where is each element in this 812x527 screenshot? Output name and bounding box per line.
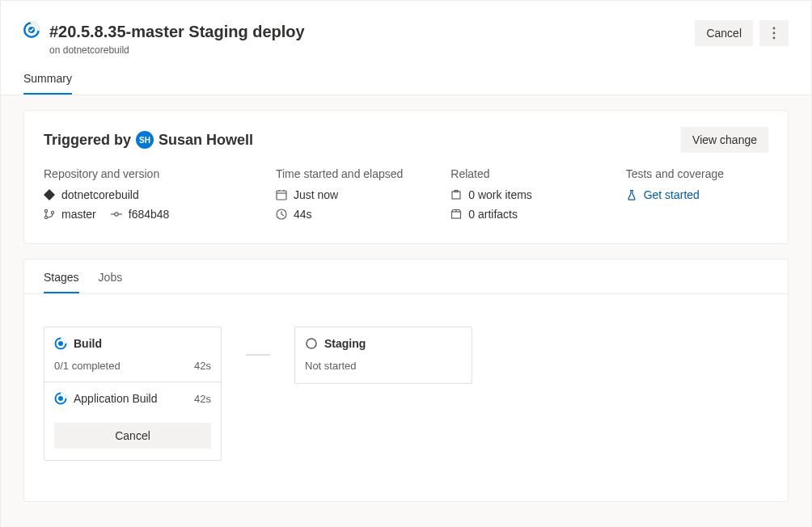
info-col-time: Time started and elapsed Just now 44s [276, 167, 418, 227]
header: #20.5.8.35-master Staging deploy on dotn… [1, 1, 811, 56]
flask-icon [626, 189, 637, 200]
svg-point-21 [58, 341, 63, 346]
svg-rect-16 [452, 192, 460, 199]
svg-point-5 [44, 209, 47, 212]
page-subtitle: on dotnetcorebuild [49, 44, 695, 56]
svg-rect-11 [277, 191, 286, 200]
calendar-icon [276, 189, 287, 200]
subtitle-repo: dotnetcorebuild [63, 44, 129, 56]
triggered-by: Triggered by SH Susan Howell [44, 131, 681, 149]
artifacts-row[interactable]: 0 artifacts [450, 208, 593, 221]
page-title: #20.5.8.35-master Staging deploy [49, 20, 695, 43]
svg-point-6 [44, 216, 47, 218]
get-started-link[interactable]: Get started [644, 188, 700, 201]
artifacts-count: 0 artifacts [468, 208, 518, 221]
svg-point-23 [58, 396, 63, 401]
commit-icon [111, 209, 122, 220]
stage-staging[interactable]: Staging Not started [294, 327, 472, 384]
svg-point-8 [115, 213, 118, 216]
clock-icon [276, 209, 287, 220]
cancel-run-button[interactable]: Cancel [695, 20, 753, 46]
header-actions: Cancel [695, 20, 789, 46]
svg-point-7 [51, 211, 53, 213]
title-block: #20.5.8.35-master Staging deploy on dotn… [49, 20, 695, 56]
repo-icon [44, 189, 55, 200]
stage-staging-substatus: Not started [295, 360, 472, 383]
time-started-row: Just now [276, 188, 418, 201]
svg-rect-18 [452, 212, 461, 218]
triggered-prefix: Triggered by [44, 132, 131, 149]
stage-staging-header: Staging [295, 327, 472, 360]
info-col-repo: Repository and version dotnetcorebuild m… [44, 167, 243, 227]
stages-card: Stages Jobs Build 0/1 completed 42s [23, 259, 789, 502]
info-col-tests: Tests and coverage Get started [626, 167, 768, 227]
repo-name-row[interactable]: dotnetcorebuild [44, 188, 243, 201]
related-heading: Related [450, 167, 593, 180]
svg-point-3 [773, 32, 776, 35]
svg-point-2 [773, 27, 776, 30]
branch-commit-row[interactable]: master f684b48 [44, 208, 243, 221]
run-status-spinner-icon [23, 22, 40, 38]
svg-point-24 [307, 339, 316, 348]
work-items-count: 0 work items [468, 188, 532, 201]
time-elapsed-row: 44s [276, 208, 418, 221]
stage-build-progress: 0/1 completed [54, 360, 121, 372]
spinner-icon [54, 392, 67, 405]
info-col-related: Related 0 work items 0 artifacts [450, 167, 593, 227]
stage-build-job[interactable]: Application Build 42s [44, 382, 221, 415]
time-elapsed: 44s [294, 208, 312, 221]
stage-build-substatus: 0/1 completed 42s [44, 360, 221, 382]
tab-stages[interactable]: Stages [44, 271, 79, 293]
more-vertical-icon [772, 27, 776, 40]
branch-icon [44, 209, 55, 220]
tests-get-started-row[interactable]: Get started [626, 188, 768, 201]
stage-cancel-button[interactable]: Cancel [54, 423, 211, 449]
summary-card: Triggered by SH Susan Howell View change… [23, 110, 789, 244]
time-started: Just now [294, 188, 338, 201]
summary-card-header: Triggered by SH Susan Howell View change [44, 127, 768, 153]
empty-circle-icon [305, 337, 318, 350]
repo-heading: Repository and version [44, 167, 243, 180]
artifact-icon [450, 209, 462, 220]
stage-build-cancel-row: Cancel [44, 415, 221, 460]
commit-sha: f684b48 [129, 208, 170, 221]
stage-build-name: Build [74, 337, 102, 350]
spinner-icon [54, 337, 67, 350]
tests-heading: Tests and coverage [626, 167, 768, 180]
stage-build[interactable]: Build 0/1 completed 42s Application Buil… [44, 327, 222, 461]
main-tabs: Summary [1, 56, 811, 95]
subtitle-prefix: on [49, 44, 60, 56]
workitem-icon [450, 189, 462, 200]
time-heading: Time started and elapsed [276, 167, 418, 180]
view-change-button[interactable]: View change [681, 127, 768, 153]
svg-point-4 [773, 37, 776, 40]
stage-staging-name: Staging [324, 337, 366, 350]
stages-graph: Build 0/1 completed 42s Application Buil… [24, 294, 788, 501]
more-actions-button[interactable] [759, 20, 789, 46]
stage-staging-status: Not started [305, 360, 357, 372]
content-area: Triggered by SH Susan Howell View change… [1, 95, 811, 527]
stage-build-header: Build [44, 327, 221, 360]
triggered-user-name: Susan Howell [159, 132, 253, 149]
work-items-row[interactable]: 0 work items [450, 188, 593, 201]
info-grid: Repository and version dotnetcorebuild m… [44, 167, 768, 227]
stages-tabs: Stages Jobs [24, 259, 788, 294]
stage-build-duration: 42s [194, 360, 211, 372]
avatar: SH [136, 131, 154, 149]
pipeline-run-page: #20.5.8.35-master Staging deploy on dotn… [0, 0, 812, 527]
repo-name: dotnetcorebuild [61, 188, 139, 201]
stage-connector [246, 354, 270, 356]
branch-name: master [61, 208, 96, 221]
job-name: Application Build [74, 392, 158, 405]
job-duration: 42s [194, 393, 211, 405]
tab-summary[interactable]: Summary [23, 67, 72, 95]
tab-jobs[interactable]: Jobs [99, 271, 123, 293]
